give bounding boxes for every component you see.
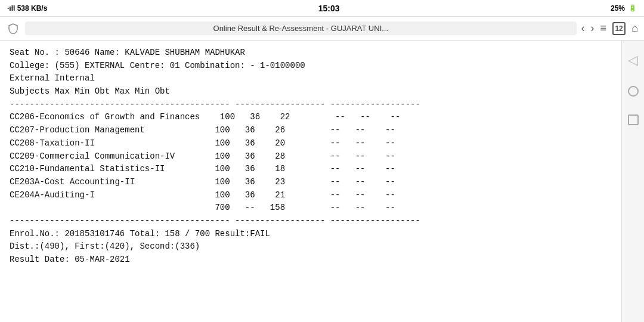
total-row: 700 -- 158 -- -- -- <box>10 202 612 215</box>
shield-icon[interactable] <box>6 21 20 36</box>
enrol-total-line: Enrol.No.: 201853101746 Total: 158 / 700… <box>10 228 612 241</box>
subject-row-6: CE203A-Cost Accounting-II 100 36 23 -- -… <box>10 176 612 189</box>
content-wrapper: Seat No. : 50646 Name: KALVADE SHUBHAM M… <box>0 41 621 322</box>
subject-row-3: CC208-Taxation-II 100 36 20 -- -- -- <box>10 137 612 150</box>
tab-count-badge[interactable]: 12 <box>612 22 626 35</box>
radio-button-icon <box>628 86 639 97</box>
status-left: ·ıll 538 KB/s <box>7 4 47 13</box>
signal-strength: ·ıll 538 KB/s <box>7 4 47 13</box>
status-bar: ·ıll 538 KB/s 15:03 25% 🔋 <box>0 0 644 17</box>
right-sidebar: ◁ <box>621 41 644 322</box>
time-display: 15:03 <box>318 4 340 13</box>
subjects-header: Subjects Max Min Obt Max Min Obt <box>10 85 612 98</box>
back-arrow-icon[interactable]: ◁ <box>628 52 638 68</box>
menu-button[interactable]: ≡ <box>600 22 607 35</box>
college-line: College: (555) EXTERNAL Centre: 01 Combi… <box>10 60 612 73</box>
page-wrapper: Seat No. : 50646 Name: KALVADE SHUBHAM M… <box>0 41 644 322</box>
battery-indicator: 25% <box>611 4 625 13</box>
divider-bottom: ----------------------------------------… <box>10 215 612 228</box>
result-date-line: Result Date: 05-MAR-2021 <box>10 253 612 267</box>
divider-top: ----------------------------------------… <box>10 98 612 112</box>
checkbox-icon <box>628 114 639 125</box>
forward-button[interactable]: › <box>591 22 595 35</box>
subject-row-7: CE204A-Auditing-I 100 36 21 -- -- -- <box>10 189 612 202</box>
subject-row-1: CC206-Economics of Growth and Finances 1… <box>10 111 612 124</box>
nav-controls: ‹ › ≡ 12 ⌂ <box>581 22 638 35</box>
url-bar[interactable]: Online Result & Re-Assessment - GUJARAT … <box>25 21 577 35</box>
subject-row-5: CC210-Fundamental Statistics-II 100 36 1… <box>10 163 612 176</box>
back-button[interactable]: ‹ <box>581 22 585 35</box>
seat-name-line: Seat No. : 50646 Name: KALVADE SHUBHAM M… <box>10 47 612 60</box>
status-right: 25% 🔋 <box>611 4 637 13</box>
subject-row-2: CC207-Production Management 100 36 26 --… <box>10 124 612 137</box>
battery-icon: 🔋 <box>628 4 637 12</box>
subject-row-4: CC209-Commercial Communication-IV 100 36… <box>10 150 612 163</box>
home-button[interactable]: ⌂ <box>631 22 638 35</box>
external-internal-header: External Internal <box>10 72 612 85</box>
dist-line: Dist.:(490), First:(420), Second:(336) <box>10 240 612 253</box>
browser-nav-bar: Online Result & Re-Assessment - GUJARAT … <box>0 17 644 41</box>
result-area: Seat No. : 50646 Name: KALVADE SHUBHAM M… <box>0 41 621 273</box>
